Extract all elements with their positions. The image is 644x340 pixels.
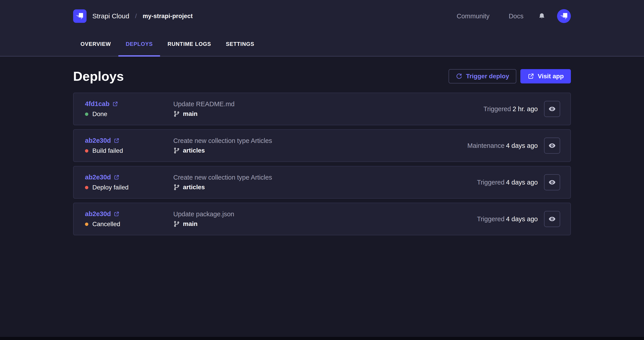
commit-message: Create new collection type Articles: [173, 137, 467, 144]
deploy-id-column: 4fd1cab Done: [85, 100, 173, 118]
deploy-row: ab2e30d Deploy fail: [73, 166, 571, 199]
trigger-type-label: Maintenance: [467, 142, 504, 149]
deploy-row: ab2e30d Build faile: [73, 129, 571, 162]
refresh-icon: [456, 73, 462, 80]
strapi-avatar-icon: [557, 9, 571, 23]
view-deploy-button[interactable]: [544, 174, 560, 190]
tab-settings[interactable]: SETTINGS: [218, 32, 262, 56]
git-branch-icon: [173, 184, 180, 190]
trigger-type-label: Triggered: [477, 216, 504, 222]
eye-icon: [548, 105, 556, 113]
project-tabs: OVERVIEW DEPLOYS RUNTIME LOGS SETTINGS: [73, 32, 571, 56]
time-ago: 4 days ago: [506, 179, 538, 186]
eye-icon: [548, 142, 556, 150]
external-link-icon: [114, 174, 120, 180]
deploy-time: Maintenance4 days ago: [467, 142, 538, 150]
main-content: Deploys Trigger deploy: [0, 56, 644, 337]
trigger-deploy-label: Trigger deploy: [466, 73, 509, 80]
deploy-id-column: ab2e30d Build faile: [85, 137, 173, 154]
nav-community[interactable]: Community: [456, 12, 490, 20]
page-title: Deploys: [73, 69, 124, 84]
branch-name: articles: [183, 184, 205, 191]
commit-hash-link[interactable]: 4fd1cab: [85, 100, 118, 108]
commit-hash-link[interactable]: ab2e30d: [85, 174, 120, 181]
commit-hash: ab2e30d: [85, 174, 111, 181]
page-head: Deploys Trigger deploy: [73, 69, 571, 84]
git-branch-icon: [173, 147, 180, 154]
commit-column: Create new collection type Articles arti: [173, 174, 477, 191]
strapi-cloud-app: Strapi Cloud / my-strapi-project Communi…: [0, 0, 644, 340]
branch-name: main: [183, 220, 198, 228]
branch-name: main: [183, 110, 198, 118]
strapi-logo-icon: [73, 10, 86, 23]
commit-hash: ab2e30d: [85, 210, 111, 218]
tab-label: SETTINGS: [226, 41, 254, 47]
time-ago: 4 days ago: [506, 142, 538, 149]
bell-icon: [538, 12, 546, 20]
status-label: Build failed: [92, 147, 123, 154]
commit-hash: 4fd1cab: [85, 100, 110, 108]
view-deploy-button[interactable]: [544, 211, 560, 227]
trigger-type-label: Triggered: [477, 179, 504, 186]
deploy-id-column: ab2e30d Deploy fail: [85, 174, 173, 191]
commit-message: Update README.md: [173, 100, 484, 108]
branch-name: articles: [183, 147, 205, 154]
deploy-time: Triggered2 hr. ago: [484, 105, 538, 113]
view-deploy-button[interactable]: [544, 101, 560, 117]
header-nav: Community Docs: [456, 9, 571, 23]
app-header: Strapi Cloud / my-strapi-project Communi…: [73, 0, 571, 32]
external-link-icon: [528, 73, 534, 80]
view-deploy-button[interactable]: [544, 138, 560, 154]
deploy-time: Triggered4 days ago: [477, 216, 538, 223]
deploy-row: 4fd1cab Done: [73, 92, 571, 125]
tab-label: OVERVIEW: [80, 41, 111, 47]
status-label: Done: [92, 110, 107, 118]
tab-label: DEPLOYS: [126, 41, 153, 47]
trigger-type-label: Triggered: [484, 105, 511, 112]
external-link-icon: [114, 138, 120, 144]
tab-runtime-logs[interactable]: RUNTIME LOGS: [160, 32, 218, 56]
commit-hash-link[interactable]: ab2e30d: [85, 137, 120, 144]
commit-column: Create new collection type Articles arti: [173, 137, 467, 154]
external-link-icon: [112, 101, 118, 107]
user-avatar[interactable]: [557, 9, 571, 23]
git-branch-icon: [173, 220, 180, 227]
eye-icon: [548, 178, 556, 186]
visit-app-button[interactable]: Visit app: [520, 69, 571, 84]
eye-icon: [548, 215, 556, 223]
status-label: Cancelled: [92, 220, 120, 228]
external-link-icon: [114, 211, 120, 217]
tab-overview[interactable]: OVERVIEW: [73, 32, 118, 56]
commit-column: Update package.json main: [173, 210, 477, 228]
status-dot: [85, 186, 88, 189]
deploy-meta-column: Triggered4 days ago: [477, 174, 560, 190]
deploy-list: 4fd1cab Done: [73, 92, 571, 235]
trigger-deploy-button[interactable]: Trigger deploy: [448, 69, 516, 84]
deploy-meta-column: Triggered4 days ago: [477, 211, 560, 227]
breadcrumb-separator: /: [135, 12, 137, 20]
deploy-row: ab2e30d Cancelled: [73, 203, 571, 235]
visit-app-label: Visit app: [538, 73, 564, 80]
deploy-time: Triggered4 days ago: [477, 179, 538, 186]
time-ago: 2 hr. ago: [512, 105, 538, 112]
deploy-meta-column: Triggered2 hr. ago: [484, 101, 560, 117]
page-actions: Trigger deploy Visit app: [448, 69, 571, 84]
status-label: Deploy failed: [92, 184, 128, 191]
status-dot: [85, 149, 88, 152]
deploy-id-column: ab2e30d Cancelled: [85, 210, 173, 228]
strapi-logo[interactable]: [73, 10, 86, 23]
git-branch-icon: [173, 110, 180, 117]
deploy-meta-column: Maintenance4 days ago: [467, 138, 560, 154]
commit-hash-link[interactable]: ab2e30d: [85, 210, 120, 218]
status-dot: [85, 222, 88, 226]
commit-message: Update package.json: [173, 210, 477, 218]
nav-docs[interactable]: Docs: [509, 12, 524, 20]
tab-deploys[interactable]: DEPLOYS: [118, 32, 160, 56]
breadcrumb: Strapi Cloud / my-strapi-project: [73, 10, 193, 23]
window-bottom-edge: [0, 337, 644, 340]
notifications-button[interactable]: [538, 12, 546, 20]
project-name: my-strapi-project: [143, 13, 193, 20]
commit-hash: ab2e30d: [85, 137, 111, 144]
top-band: Strapi Cloud / my-strapi-project Communi…: [0, 0, 644, 56]
time-ago: 4 days ago: [506, 216, 538, 222]
